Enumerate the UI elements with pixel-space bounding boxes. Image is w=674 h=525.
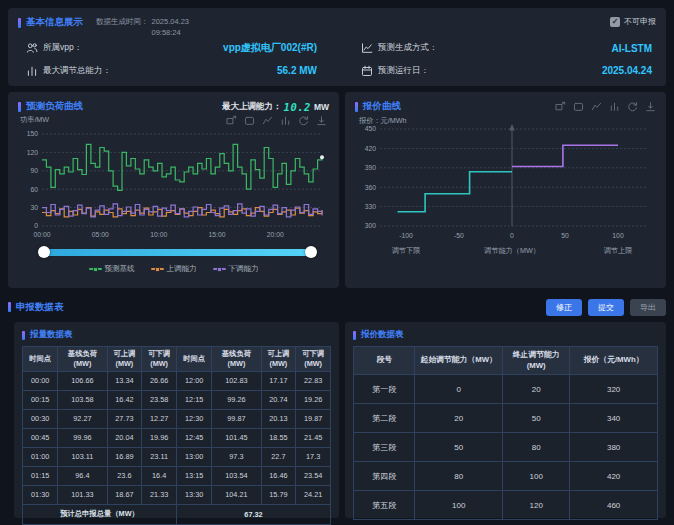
column-header: 时间点 xyxy=(176,347,211,372)
max-up-value: 10.2 xyxy=(284,101,311,113)
table-cell: 01:00 xyxy=(23,447,58,466)
quantity-table-panel: 报量数据表 时间点基线负荷 (MW)可上调 (MW)可下调 (MW)时间点基线负… xyxy=(14,322,339,518)
max-up-unit: MW xyxy=(314,102,329,112)
svg-text:10:00: 10:00 xyxy=(150,231,167,238)
basic-info-title: 基本信息展示 xyxy=(26,16,83,29)
load-chart-legend: 预测基线上调能力下调能力 xyxy=(8,264,339,274)
table-row: 第一段020320 xyxy=(354,375,658,404)
calendar-icon xyxy=(361,65,373,77)
bar-chart-icon[interactable] xyxy=(609,101,620,112)
total-declare-row: 预计总申报总量（MW）67.32 xyxy=(23,504,331,524)
max-up-label: 最大上调能力： xyxy=(222,101,282,113)
svg-text:330: 330 xyxy=(365,203,377,210)
column-header: 起始调节能力（MW） xyxy=(415,347,503,375)
data-zoom-slider[interactable] xyxy=(44,249,311,256)
table-cell: 01:15 xyxy=(23,466,58,485)
forecast-method-label: 预测生成方式： xyxy=(378,42,438,54)
svg-text:20:00: 20:00 xyxy=(267,231,284,238)
price-table-title-row: 报价数据表 xyxy=(345,322,666,346)
price-chart-canvas[interactable]: 300330360390420450-100-50050100调节下限调节能力（… xyxy=(350,122,662,262)
table-cell: 340 xyxy=(570,404,658,433)
svg-text:450: 450 xyxy=(365,125,377,132)
table-cell: 16.46 xyxy=(261,466,296,485)
max-capacity-label: 最大调节总能力： xyxy=(43,65,111,77)
slider-left-handle[interactable] xyxy=(38,246,50,258)
refresh-icon[interactable] xyxy=(627,101,638,112)
table-cell: 80 xyxy=(415,462,503,491)
restore-icon[interactable] xyxy=(573,101,584,112)
restore-icon[interactable] xyxy=(244,115,255,126)
svg-text:300: 300 xyxy=(365,222,377,229)
download-icon[interactable] xyxy=(316,115,327,126)
table-cell: 第四段 xyxy=(354,462,415,491)
table-cell: 21.33 xyxy=(142,485,177,504)
table-cell: 01:30 xyxy=(23,485,58,504)
table-row: 00:15103.5816.4223.5812:1599.2620.7419.2… xyxy=(23,390,331,409)
table-cell: 103.54 xyxy=(212,466,261,485)
gen-time-date: 2025.04.23 xyxy=(152,17,190,28)
table-cell: 20 xyxy=(415,404,503,433)
table-row: 第三段5080380 xyxy=(354,433,658,462)
column-header: 报价（元/MWh） xyxy=(570,347,658,375)
table-cell: 21.45 xyxy=(296,428,331,447)
table-row: 01:1596.423.616.413:15103.5416.4623.54 xyxy=(23,466,331,485)
load-chart-y-axis-label: 功率/MW xyxy=(20,115,49,125)
run-date-label: 预测运行日： xyxy=(378,65,429,77)
table-cell: 320 xyxy=(570,375,658,404)
checkbox-check-icon[interactable]: ✓ xyxy=(610,17,620,27)
vpp-owner-label: 所属vpp： xyxy=(43,42,82,54)
table-cell: 12:30 xyxy=(176,409,211,428)
table-cell: 22.7 xyxy=(261,447,296,466)
run-date-field: 预测运行日： 2025.04.24 xyxy=(361,63,652,80)
legend-item[interactable]: 预测基线 xyxy=(89,264,135,274)
table-cell: 第五段 xyxy=(354,491,415,520)
table-cell: 16.42 xyxy=(107,390,142,409)
gen-time-label: 数据生成时间： xyxy=(96,17,149,38)
export-button[interactable]: 导出 xyxy=(630,299,666,316)
cannot-declare-checkbox[interactable]: ✓ 不可申报 xyxy=(610,16,656,27)
svg-text:390: 390 xyxy=(365,164,377,171)
vpp-declare-dashboard: 基本信息展示 数据生成时间： 2025.04.23 09:58:24 ✓ 不可申… xyxy=(0,0,674,525)
legend-item[interactable]: 上调能力 xyxy=(151,264,197,274)
svg-text:00:00: 00:00 xyxy=(33,231,50,238)
refresh-icon[interactable] xyxy=(298,115,309,126)
column-header: 可上调 (MW) xyxy=(107,347,142,372)
bar-chart-icon[interactable] xyxy=(280,115,291,126)
table-cell: 20.74 xyxy=(261,390,296,409)
vpp-owner-value: vpp虚拟电厂002(#R) xyxy=(223,41,317,55)
max-up-capacity: 最大上调能力： 10.2 MW xyxy=(222,101,329,113)
line-chart-icon[interactable] xyxy=(262,115,273,126)
area-zoom-icon[interactable] xyxy=(555,101,566,112)
svg-text:调节下限: 调节下限 xyxy=(392,246,421,255)
table-cell: 102.83 xyxy=(212,371,261,390)
submit-button[interactable]: 提交 xyxy=(588,299,624,316)
accent-bar xyxy=(355,102,358,112)
load-chart-title: 预测负荷曲线 xyxy=(26,100,83,113)
line-chart-icon[interactable] xyxy=(591,101,602,112)
table-cell: 50 xyxy=(415,433,503,462)
table-cell: 80 xyxy=(503,433,570,462)
legend-item[interactable]: 下调能力 xyxy=(213,264,259,274)
header-row: 时间点基线负荷 (MW)可上调 (MW)可下调 (MW)时间点基线负荷 (MW)… xyxy=(23,347,331,372)
table-cell: 26.66 xyxy=(142,371,177,390)
slider-right-handle[interactable] xyxy=(305,246,317,258)
table-cell: 99.26 xyxy=(212,390,261,409)
area-zoom-icon[interactable] xyxy=(226,115,237,126)
column-header: 时间点 xyxy=(23,347,58,372)
table-cell: 00:00 xyxy=(23,371,58,390)
declare-section-header: 申报数据表 修正 提交 导出 xyxy=(8,296,666,318)
table-cell: 22.83 xyxy=(296,371,331,390)
table-cell: 19.87 xyxy=(296,409,331,428)
forecast-method-value: AI-LSTM xyxy=(611,43,652,54)
download-icon[interactable] xyxy=(645,101,656,112)
basic-info-panel: 基本信息展示 数据生成时间： 2025.04.23 09:58:24 ✓ 不可申… xyxy=(8,8,666,86)
load-chart-canvas[interactable]: 030609012015000:0005:0010:0015:0020:00 xyxy=(16,126,331,254)
table-cell: 460 xyxy=(570,491,658,520)
correct-button[interactable]: 修正 xyxy=(546,299,582,316)
table-cell: 380 xyxy=(570,433,658,462)
bar-chart-icon xyxy=(26,65,38,77)
quantity-table-title-row: 报量数据表 xyxy=(14,322,339,346)
basic-info-grid: 所属vpp： vpp虚拟电厂002(#R) 预测生成方式： AI-LSTM 最大… xyxy=(26,39,652,79)
svg-text:调节能力（MW）: 调节能力（MW） xyxy=(484,246,540,255)
table-cell: 50 xyxy=(503,404,570,433)
